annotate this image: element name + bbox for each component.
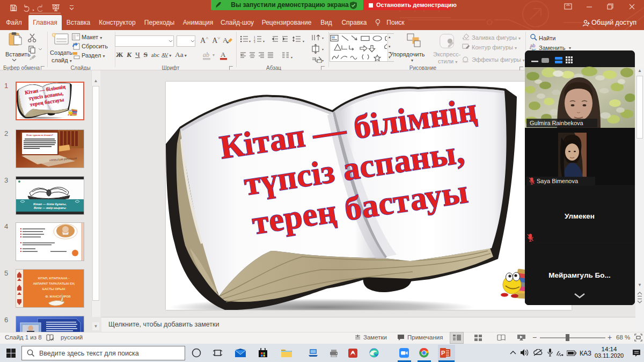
svg-text:КІТАП, КІТАПХАНА -: КІТАП, КІТАПХАНА - [38,277,69,280]
svg-text:3: 3 [254,41,255,43]
svg-text:▾: ▾ [249,40,251,43]
svg-text:Кітап — білім бұлағы,: Кітап — білім бұлағы, [33,202,67,206]
svg-text:▾: ▾ [322,37,324,40]
svg-text:▾: ▾ [291,56,292,59]
svg-text:P: P [441,350,445,356]
svg-text:Saya Bimenova: Saya Bimenova [537,178,579,184]
svg-text:▾: ▾ [303,40,304,43]
svg-text:АКПАРАТ ТАРАЛАТЫН ЕҢ: АКПАРАТ ТАРАЛАТЫН ЕҢ [33,282,75,285]
svg-text:Gulmira Rainbekova: Gulmira Rainbekova [530,120,584,126]
svg-text:Мейрамгуль Бо...: Мейрамгуль Бо... [548,271,611,279]
svg-text:Кітап туралы не білеміз?: Кітап туралы не білеміз? [26,134,53,136]
svg-text:ab: ab [203,51,209,59]
svg-text:БАСТЫ ОРЫН: БАСТЫ ОРЫН [42,287,65,291]
svg-text:А: А [221,50,226,59]
svg-text:▾: ▾ [263,40,265,43]
svg-text:▾: ▾ [322,59,324,62]
svg-text:Білім — өмір шырағы: Білім — өмір шырағы [34,206,66,209]
svg-text:Ф. ЖАНСУГИРОВ: Ф. ЖАНСУГИРОВ [46,295,71,298]
svg-text:Улмекен: Улмекен [565,212,595,220]
svg-text:▾: ▾ [322,48,324,51]
